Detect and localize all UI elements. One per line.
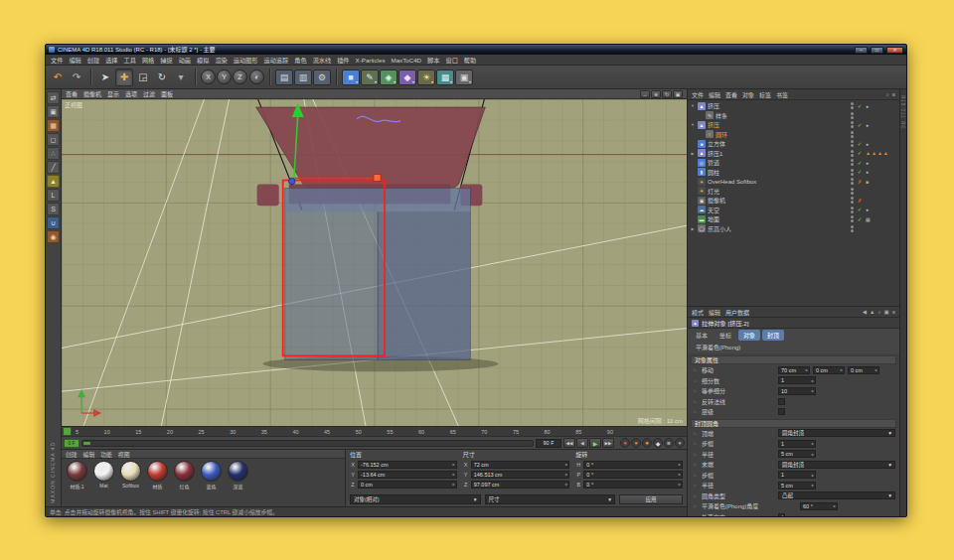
viewport-menu-item[interactable]: 过滤 — [143, 89, 155, 98]
axis-lock-button[interactable]: Y — [217, 70, 232, 84]
object-tags[interactable]: ■ — [866, 179, 897, 185]
menu-item[interactable]: 运动追踪 — [264, 56, 289, 65]
material-menu-item[interactable]: 创建 — [66, 450, 78, 459]
material-item[interactable]: 深蓝 — [226, 461, 250, 490]
timeline-ruler[interactable]: 51015202530354045505560657075808590 — [62, 426, 687, 436]
enabled-toggle[interactable]: ✓ — [856, 150, 864, 156]
menu-item[interactable]: 创建 — [87, 56, 99, 65]
visibility-dots[interactable] — [850, 140, 854, 147]
coordinate-system-button[interactable]: ◐ — [249, 70, 264, 84]
slider-handle[interactable] — [83, 442, 90, 445]
material-sphere[interactable] — [67, 461, 87, 482]
viewport-nav-icon[interactable]: ▣ — [673, 90, 683, 98]
attribute-tab[interactable]: 基本 — [691, 330, 713, 341]
object-label[interactable]: 挤压 — [708, 120, 848, 129]
object-tags[interactable]: ▲▲▲▲ — [866, 150, 897, 156]
viewport-menu-item[interactable]: 显示 — [107, 89, 119, 98]
material-item[interactable]: 红色 — [172, 461, 197, 490]
object-label[interactable]: 灯光 — [708, 187, 848, 196]
viewport-nav-icon[interactable]: ↻ — [662, 90, 672, 98]
material-item[interactable]: 材质 — [145, 461, 170, 490]
om-menu-item[interactable]: 书签 — [776, 90, 788, 99]
viewport-nav-icon[interactable]: ⊕ — [651, 90, 661, 98]
menu-item[interactable]: 脚本 — [427, 56, 439, 65]
material-item[interactable]: 蓝色 — [199, 461, 224, 490]
cap-start-radius-field[interactable]: 5 cm◂▸ — [778, 450, 816, 458]
cap-end-dropdown[interactable]: 圆角封顶▾ — [778, 461, 895, 469]
mode-icon[interactable]: S — [47, 203, 60, 215]
menu-item[interactable]: 动画 — [179, 56, 191, 65]
object-tags[interactable]: ● — [866, 141, 897, 147]
tool-icon[interactable]: ↻ — [153, 69, 171, 86]
object-row[interactable]: ▶ ▲ 挤压1 ✓ ▲▲▲▲ — [688, 149, 899, 159]
attribute-tab[interactable]: 对象 — [738, 330, 760, 341]
material-item[interactable]: 材质.1 — [65, 461, 89, 490]
transport-button[interactable]: ▶▶ — [602, 438, 614, 448]
size-mode-dropdown[interactable]: 尺寸▾ — [485, 494, 616, 504]
current-frame-marker[interactable]: 0 F — [64, 439, 80, 448]
viewport-menu-item[interactable]: 摄像机 — [83, 89, 101, 98]
enabled-toggle[interactable]: ✓ — [856, 103, 864, 109]
am-menu-item[interactable]: 编辑 — [709, 308, 720, 317]
object-row[interactable]: ▶ ◯ 乐高小人 — [688, 224, 899, 234]
size-z-field[interactable]: 97.097 cm◂▸ — [471, 481, 570, 489]
object-label[interactable]: 挤压 — [708, 101, 848, 110]
object-label[interactable]: 圆环 — [716, 130, 848, 139]
mode-icon[interactable]: ◻ — [47, 133, 60, 146]
record-button[interactable]: ■ — [664, 438, 674, 448]
expand-icon[interactable]: ▶ — [690, 226, 696, 231]
object-row[interactable]: ▬ 地面 ✓ ▦ — [688, 214, 899, 224]
mode-icon[interactable]: ╱ — [47, 161, 60, 174]
record-button[interactable]: ◆ — [653, 438, 663, 448]
menu-item[interactable]: 文件 — [51, 56, 63, 65]
object-tags[interactable]: ● — [866, 160, 897, 166]
enabled-toggle[interactable]: ✗ — [856, 198, 864, 204]
menu-item[interactable]: 编辑 — [69, 56, 80, 65]
object-tags[interactable]: ● — [866, 169, 897, 175]
render-button[interactable]: ⚙ — [313, 70, 331, 85]
object-label[interactable]: 管道 — [708, 158, 848, 167]
apply-button[interactable]: 应用 — [619, 494, 683, 504]
render-button[interactable]: ▤ — [275, 70, 293, 85]
expand-icon[interactable]: ▼ — [690, 122, 696, 127]
object-label[interactable]: OverHead Softbox — [708, 179, 848, 185]
material-sphere[interactable] — [201, 461, 222, 482]
render-button[interactable]: ▥ — [294, 70, 312, 85]
visibility-dots[interactable] — [850, 225, 854, 232]
material-menu-item[interactable]: 视图 — [118, 450, 130, 459]
create-object-button[interactable]: ■▾ — [342, 70, 360, 85]
object-row[interactable]: ▼ ▲ 挤压 ✓ ● — [688, 101, 899, 111]
undo-redo-icon[interactable]: ↶ — [49, 69, 67, 86]
transport-button[interactable]: ◀ — [576, 438, 588, 448]
object-label[interactable]: 挤压1 — [708, 149, 848, 158]
section-header[interactable]: 对象属性 — [691, 355, 896, 364]
material-menu-item[interactable]: 功能 — [100, 450, 112, 459]
am-menu-icon[interactable]: ▲ — [870, 309, 874, 316]
object-tags[interactable]: ● — [866, 122, 897, 128]
search-icon[interactable]: ⌕ — [886, 91, 889, 98]
transport-button[interactable]: ▶ — [589, 438, 601, 448]
menu-item[interactable]: 窗口 — [445, 56, 457, 65]
menu-item[interactable]: 渲染 — [215, 56, 227, 65]
axis-lock-button[interactable]: X — [201, 70, 216, 84]
menu-item[interactable]: 插件 — [337, 56, 349, 65]
record-button[interactable]: ● — [620, 438, 630, 448]
om-menu-item[interactable]: 标签 — [759, 90, 771, 99]
menu-item[interactable]: 选择 — [105, 56, 117, 65]
search-icon[interactable]: ≡ — [892, 91, 895, 98]
viewport-menu-item[interactable]: 选项 — [125, 89, 137, 98]
object-row[interactable]: ∿ 样条 — [688, 111, 899, 121]
enabled-toggle[interactable]: ✓ — [856, 141, 864, 147]
object-row[interactable]: ▼ ▲ 挤压 ✓ ● — [688, 120, 899, 130]
axis-lock-button[interactable]: Z — [233, 70, 247, 84]
menu-item[interactable]: 模拟 — [197, 56, 209, 65]
visibility-dots[interactable] — [850, 121, 854, 128]
viewport-menu-item[interactable]: 查看 — [66, 89, 78, 98]
object-label[interactable]: 地面 — [708, 214, 848, 223]
am-menu-icon[interactable]: ◀ — [863, 309, 867, 316]
object-row[interactable]: ☁ 天空 ✓ ● — [688, 206, 899, 215]
fillet-type-dropdown[interactable]: 凸起▾ — [778, 491, 895, 499]
material-item[interactable]: Softbox — [118, 461, 143, 489]
viewport-canvas[interactable]: 正视图 网格间隔 : 10 cm — [62, 99, 687, 426]
section-header[interactable]: 封顶圆角 — [691, 419, 896, 428]
